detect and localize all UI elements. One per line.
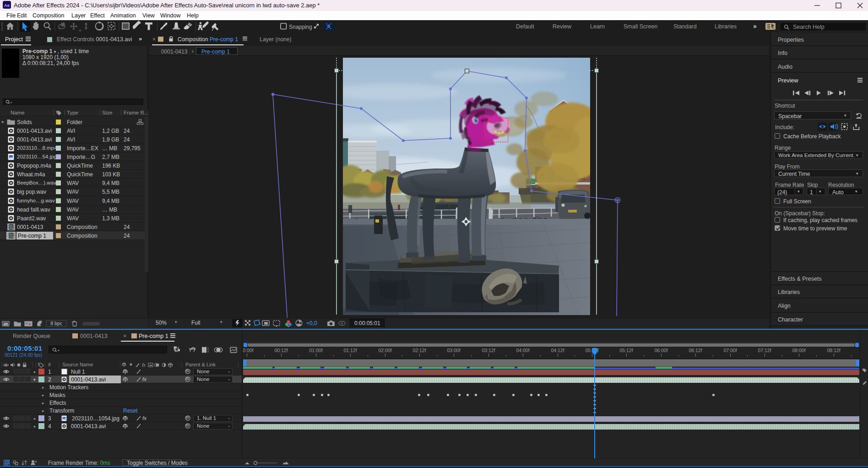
svg-text:+0,0: +0,0 [306, 320, 317, 327]
svg-text:fx: fx [142, 363, 146, 368]
svg-text:Ae: Ae [4, 3, 10, 8]
svg-text:8 bpc: 8 bpc [50, 321, 62, 326]
